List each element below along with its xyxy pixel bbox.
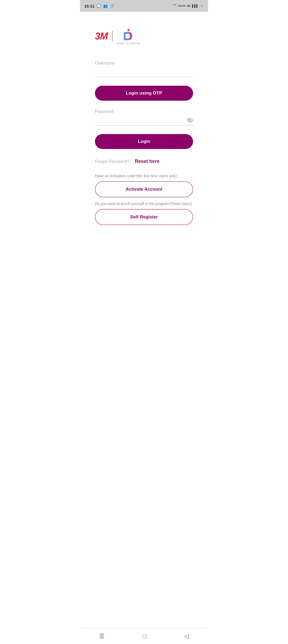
vpn-icon: 🔗 (110, 4, 114, 8)
whatsapp-icon: 💬 (97, 4, 101, 8)
password-toggle-icon[interactable] (187, 118, 193, 124)
login-button[interactable]: Login (95, 134, 193, 149)
dare-to-dream-logo: DARE TO DREAM (117, 28, 140, 45)
logo-section: 3M DARE TO DREAM (95, 28, 193, 45)
dtd-icon (122, 28, 135, 42)
activation-section: Have an Activation code?(for first time … (95, 174, 193, 197)
time-display: 15:11 (84, 4, 94, 8)
username-wrapper (95, 68, 193, 77)
login-otp-button[interactable]: Login using OTP (95, 86, 193, 101)
svg-marker-0 (127, 28, 130, 32)
battery-icon: 🔋 (200, 4, 204, 8)
status-bar: 15:11 💬 👥 🔗 ⏰ VoLTE 5G ▌▌▌ 🔋 (80, 0, 208, 12)
back-nav-icon[interactable]: ◁ (184, 633, 189, 640)
home-nav-icon[interactable]: □ (143, 633, 146, 640)
forgot-password-text: Forgot Password? (95, 159, 130, 164)
form-section: Username Login using OTP Password Login … (95, 61, 193, 230)
3m-logo: 3M (95, 31, 108, 42)
reset-here-link[interactable]: Reset here (135, 159, 159, 164)
self-register-button[interactable]: Self Register (95, 209, 193, 225)
forgot-password-section: Forgot Password? Reset here (95, 159, 193, 164)
password-input[interactable] (95, 116, 193, 125)
navigation-bar: ☰ □ ◁ (80, 628, 208, 644)
status-right: ⏰ VoLTE 5G ▌▌▌ 🔋 (173, 4, 204, 8)
5g-icon: 5G (187, 5, 190, 7)
activation-hint: Have an Activation code?(for first time … (95, 174, 193, 178)
username-label: Username (95, 61, 193, 66)
dtd-label: DARE TO DREAM (117, 42, 140, 45)
teams-icon: 👥 (103, 4, 108, 8)
register-hint: Do you want to enroll yourself in the pr… (95, 202, 193, 206)
username-input[interactable] (95, 68, 193, 77)
register-section: Do you want to enroll yourself in the pr… (95, 202, 193, 225)
volte-icon: VoLTE (178, 5, 185, 7)
main-content: 3M DARE TO DREAM User (80, 12, 208, 628)
logo-divider (112, 31, 113, 42)
alarm-icon: ⏰ (173, 4, 177, 8)
activate-account-button[interactable]: Activate Account (95, 181, 193, 197)
status-left: 15:11 💬 👥 🔗 (84, 4, 114, 8)
password-label: Password (95, 109, 193, 114)
password-wrapper (95, 116, 193, 125)
signal-icon: ▌▌▌ (192, 4, 198, 7)
menu-nav-icon[interactable]: ☰ (99, 633, 105, 640)
